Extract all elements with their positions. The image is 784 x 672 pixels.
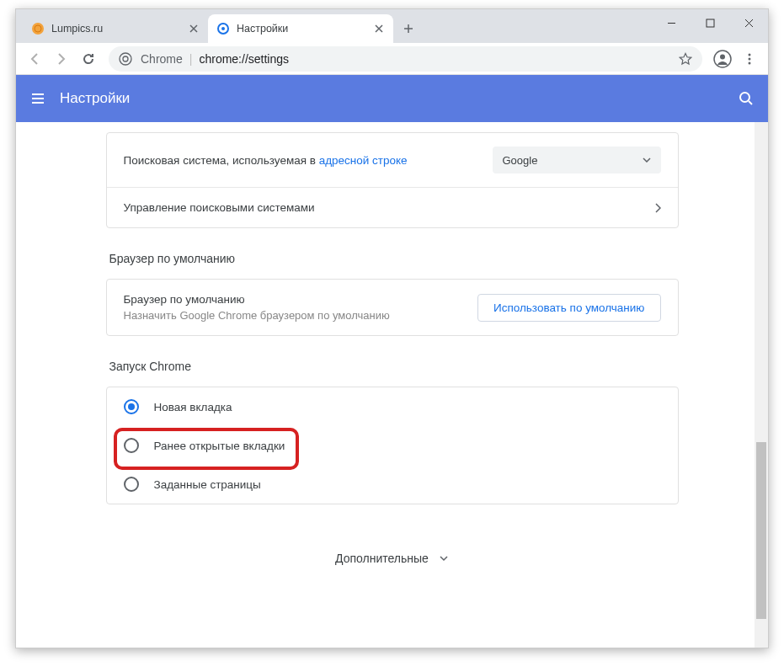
- search-engine-dropdown[interactable]: Google: [493, 147, 661, 173]
- address-path: chrome://settings: [199, 52, 289, 66]
- browser-window: Lumpics.ru Настройки: [15, 8, 769, 648]
- tab-title: Lumpics.ru: [51, 23, 188, 35]
- hamburger-icon[interactable]: [29, 90, 46, 107]
- orange-circle-icon: [31, 22, 45, 35]
- svg-point-8: [720, 54, 725, 59]
- tab-settings[interactable]: Настройки: [208, 14, 393, 43]
- menu-button[interactable]: [738, 47, 761, 71]
- svg-point-11: [749, 61, 751, 64]
- default-browser-title: Браузер по умолчанию: [124, 293, 477, 306]
- startup-section-title: Запуск Chrome: [109, 360, 679, 373]
- page-content: Настройки Поисковая система, используема…: [16, 75, 768, 648]
- close-window-button[interactable]: [729, 9, 768, 36]
- startup-card: Новая вкладка Ранее открытые вкладки Зад…: [106, 387, 679, 504]
- startup-option-new-tab[interactable]: Новая вкладка: [107, 387, 678, 426]
- toolbar: Chrome | chrome://settings: [16, 43, 768, 75]
- svg-point-6: [123, 56, 128, 61]
- tab-title: Настройки: [237, 23, 373, 35]
- svg-point-12: [740, 93, 749, 102]
- startup-option-specific-pages[interactable]: Заданные страницы: [107, 465, 678, 504]
- svg-point-9: [749, 53, 751, 56]
- search-engine-card: Поисковая система, используемая в адресн…: [106, 132, 679, 228]
- gear-icon: [216, 22, 230, 35]
- manage-search-engines-row[interactable]: Управление поисковыми системами: [107, 188, 678, 227]
- address-bar-link[interactable]: адресной строке: [319, 154, 408, 167]
- search-engine-label: Поисковая система, используемая в адресн…: [124, 154, 493, 167]
- settings-body: Поисковая система, используемая в адресн…: [16, 122, 768, 648]
- scrollbar-thumb[interactable]: [756, 442, 766, 619]
- search-icon[interactable]: [738, 90, 755, 107]
- bookmark-star-icon[interactable]: [679, 52, 692, 66]
- default-browser-row: Браузер по умолчанию Назначить Google Ch…: [107, 280, 678, 335]
- chevron-right-icon: [654, 203, 661, 213]
- minimize-button[interactable]: [652, 9, 691, 36]
- radio-label: Новая вкладка: [154, 401, 232, 413]
- close-icon[interactable]: [373, 23, 385, 35]
- reload-button[interactable]: [77, 47, 100, 71]
- svg-rect-4: [707, 19, 714, 27]
- set-default-button[interactable]: Использовать по умолчанию: [477, 294, 661, 322]
- svg-point-10: [749, 57, 751, 60]
- advanced-toggle[interactable]: Дополнительные: [106, 528, 679, 589]
- chevron-down-icon: [439, 555, 449, 562]
- advanced-label: Дополнительные: [335, 552, 429, 565]
- chrome-icon: [119, 52, 132, 66]
- settings-header: Настройки: [16, 75, 768, 122]
- close-icon[interactable]: [188, 23, 200, 35]
- startup-option-continue[interactable]: Ранее открытые вкладки: [107, 426, 678, 465]
- label-prefix: Поисковая система, используемая в: [124, 154, 319, 167]
- forward-button[interactable]: [50, 47, 73, 71]
- address-bar[interactable]: Chrome | chrome://settings: [109, 46, 702, 72]
- default-browser-section-title: Браузер по умолчанию: [109, 252, 679, 265]
- address-separator: |: [189, 52, 193, 66]
- svg-point-3: [221, 27, 225, 30]
- back-button[interactable]: [23, 47, 46, 71]
- radio-label: Ранее открытые вкладки: [154, 440, 285, 452]
- profile-button[interactable]: [711, 47, 734, 71]
- radio-selected-icon: [124, 399, 139, 414]
- svg-point-0: [32, 23, 44, 35]
- radio-label: Заданные страницы: [154, 478, 261, 491]
- scrollbar[interactable]: [755, 122, 768, 648]
- dropdown-caret-icon: [643, 157, 651, 163]
- default-browser-card: Браузер по умолчанию Назначить Google Ch…: [106, 279, 679, 336]
- new-tab-button[interactable]: [397, 17, 420, 40]
- radio-icon: [124, 438, 139, 453]
- address-origin: Chrome: [141, 52, 183, 66]
- dropdown-value: Google: [503, 154, 643, 167]
- window-controls: [652, 9, 768, 36]
- settings-title: Настройки: [60, 90, 738, 107]
- manage-search-engines-label: Управление поисковыми системами: [124, 201, 654, 214]
- svg-point-5: [120, 53, 131, 65]
- radio-icon: [124, 477, 139, 492]
- default-browser-subtitle: Назначить Google Chrome браузером по умо…: [124, 309, 477, 322]
- tab-lumpics[interactable]: Lumpics.ru: [23, 14, 208, 43]
- maximize-button[interactable]: [691, 9, 729, 36]
- search-engine-row[interactable]: Поисковая система, используемая в адресн…: [107, 133, 678, 188]
